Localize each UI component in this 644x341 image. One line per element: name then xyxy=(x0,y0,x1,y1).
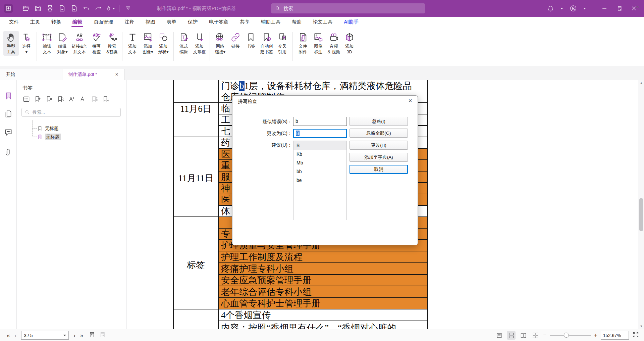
menu-convert[interactable]: 转换 xyxy=(46,17,67,28)
font-decrease-button[interactable] xyxy=(79,95,87,103)
page-dropdown-icon[interactable] xyxy=(63,335,66,336)
tool-bookmark[interactable]: 书签 xyxy=(243,31,259,50)
tab-start[interactable]: 开始 xyxy=(0,69,62,80)
ribbon-collapse-icon[interactable] xyxy=(635,5,640,10)
tool-cross-reference[interactable]: 交叉 引用 xyxy=(275,31,290,56)
bookmarks-search-input[interactable]: 搜索... xyxy=(21,108,121,117)
menu-view[interactable]: 视图 xyxy=(140,17,161,28)
menu-ai-assistant[interactable]: AI助手 xyxy=(338,17,364,28)
next-page-button[interactable]: › xyxy=(73,333,75,338)
change-to-input[interactable]: B xyxy=(293,129,347,138)
tool-spell-check[interactable]: 拼写 检查 xyxy=(89,31,104,56)
menu-home[interactable]: 主页 xyxy=(24,17,46,28)
previous-view-button[interactable] xyxy=(88,331,95,339)
vertical-scrollbar[interactable]: ▲ ▼ xyxy=(638,80,644,329)
tool-image-annotation[interactable]: 图像 标注 xyxy=(311,31,326,56)
menu-form[interactable]: 表单 xyxy=(161,17,182,28)
single-page-view-button[interactable] xyxy=(495,331,503,340)
restore-button[interactable] xyxy=(614,4,624,13)
redo-button[interactable] xyxy=(94,4,103,13)
zoom-out-button[interactable]: − xyxy=(543,332,546,339)
demote-bookmark-button[interactable] xyxy=(102,95,110,103)
change-button[interactable]: 更改(H) xyxy=(350,141,408,150)
zoom-in-button[interactable]: + xyxy=(594,332,597,339)
tool-search-replace[interactable]: 搜索 &替换 xyxy=(104,31,120,56)
previous-page-button[interactable]: ‹ xyxy=(14,333,16,338)
menu-accessibility[interactable]: 辅助工具 xyxy=(255,17,286,28)
menu-page-manage[interactable]: 页面管理 xyxy=(88,17,119,28)
tool-add-text[interactable]: 添加 文本 xyxy=(125,31,140,56)
facing-view-button[interactable] xyxy=(519,331,528,340)
menu-esign[interactable]: 电子签章 xyxy=(203,17,234,28)
next-view-button[interactable] xyxy=(100,331,107,339)
suggestion-item[interactable]: be xyxy=(293,176,346,185)
suggestion-item[interactable]: Kb xyxy=(293,150,346,158)
page-insert-button[interactable] xyxy=(69,4,79,13)
page-number-input[interactable]: 3 / 5 xyxy=(21,331,69,340)
global-search-input[interactable]: 搜索 xyxy=(271,3,425,13)
tool-audio-video[interactable]: 音频 & 视频 xyxy=(326,31,342,56)
bookmarks-panel-tab[interactable] xyxy=(4,91,13,100)
font-increase-button[interactable] xyxy=(68,95,76,103)
add-to-dictionary-button[interactable]: 添加至字典(A) xyxy=(350,153,408,162)
account-button[interactable] xyxy=(569,4,578,13)
account-caret-icon[interactable] xyxy=(583,8,586,9)
menu-comment[interactable]: 注释 xyxy=(119,17,140,28)
tool-edit-text[interactable]: 编辑 文本 xyxy=(39,31,55,56)
tab-close-icon[interactable]: ✕ xyxy=(115,72,118,77)
delete-bookmark-button[interactable] xyxy=(45,95,53,103)
menu-protect[interactable]: 保护 xyxy=(182,17,203,28)
tool-add-shape[interactable]: 添加 形状▾ xyxy=(156,31,171,56)
tool-add-image[interactable]: 添加 图像▾ xyxy=(140,31,156,56)
tool-add-article-box[interactable]: 添加 文章框 xyxy=(192,31,208,56)
pages-panel-tab[interactable] xyxy=(4,110,13,118)
suggestions-list[interactable]: BKbMbbbbe xyxy=(293,141,347,220)
zoom-slider[interactable] xyxy=(550,333,591,338)
comments-panel-tab[interactable] xyxy=(4,128,13,137)
hand-mode-button[interactable] xyxy=(106,4,115,13)
list-view-button[interactable] xyxy=(22,95,30,103)
tool-auto-bookmark[interactable]: 自动创 建书签 xyxy=(259,31,275,56)
quick-access-toggle-button[interactable] xyxy=(123,4,133,13)
tool-file-attachment[interactable]: 文件 附件 xyxy=(295,31,311,56)
last-page-button[interactable]: » xyxy=(80,333,83,338)
notifications-caret-icon[interactable] xyxy=(560,8,563,9)
tool-web-link[interactable]: 网络 链接▾ xyxy=(212,31,228,56)
scroll-down-icon[interactable]: ▼ xyxy=(640,325,643,328)
tool-add-3d[interactable]: 添加 3D xyxy=(342,31,357,56)
fullscreen-button[interactable] xyxy=(632,331,639,339)
suggestion-item[interactable]: bb xyxy=(293,167,346,176)
minimize-button[interactable] xyxy=(600,4,609,13)
print-button[interactable] xyxy=(45,4,55,13)
menu-paper-tools[interactable]: 论文工具 xyxy=(307,17,338,28)
suggestion-item[interactable]: B xyxy=(293,141,346,150)
bookmark-item[interactable]: 无标题 xyxy=(17,133,126,141)
tool-link[interactable]: 链接 xyxy=(228,31,243,50)
tab-document[interactable]: 制作清单.pdf * ✕ xyxy=(62,69,125,80)
continuous-view-button[interactable] xyxy=(507,331,516,340)
menu-help[interactable]: 帮助 xyxy=(286,17,307,28)
facing-continuous-view-button[interactable] xyxy=(531,331,540,340)
zoom-slider-knob[interactable] xyxy=(564,333,569,338)
suggestion-item[interactable]: Mb xyxy=(293,158,346,167)
attachments-panel-tab[interactable] xyxy=(4,148,13,156)
tool-hand-tool[interactable]: 手型 工具 xyxy=(3,31,19,56)
promote-bookmark-button[interactable] xyxy=(91,95,99,103)
page-remove-button[interactable] xyxy=(57,4,67,13)
save-button[interactable] xyxy=(33,4,43,13)
cancel-button[interactable]: 取消 xyxy=(350,165,408,174)
notifications-button[interactable] xyxy=(546,4,555,13)
tool-link-merge-text[interactable]: 链接&合 并文本 xyxy=(70,31,89,56)
find-bookmark-button[interactable] xyxy=(57,95,64,103)
menu-file[interactable]: 文件 xyxy=(3,17,24,28)
zoom-level-input[interactable]: 152.67% xyxy=(601,331,629,340)
menu-edit[interactable]: 编辑 xyxy=(67,17,88,28)
ignore-button[interactable]: 忽略(I) xyxy=(350,117,408,126)
suspect-error-input[interactable]: b xyxy=(293,117,347,126)
undo-button[interactable] xyxy=(82,4,91,13)
dialog-close-icon[interactable]: ✕ xyxy=(408,98,412,103)
tool-flow-edit[interactable]: 流式 编辑 xyxy=(176,31,192,56)
first-page-button[interactable]: « xyxy=(7,333,10,338)
scrollbar-thumb[interactable] xyxy=(639,198,643,231)
scroll-up-icon[interactable]: ▲ xyxy=(640,81,643,85)
